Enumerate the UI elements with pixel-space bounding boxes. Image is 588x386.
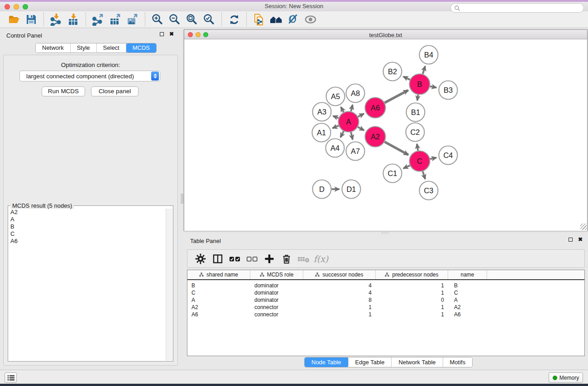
table-row[interactable]: C dominator 4 1 C <box>187 289 584 296</box>
hide-selected-eye-icon[interactable] <box>303 12 318 27</box>
memory-status-icon <box>553 376 557 380</box>
column-header-successor-nodes[interactable]: successor nodes <box>303 270 376 279</box>
list-item[interactable]: C <box>9 230 166 238</box>
float-panel-icon[interactable] <box>569 238 573 242</box>
graph-node-label: C1 <box>387 169 397 177</box>
export-table-icon[interactable] <box>108 12 123 27</box>
tab-network-table[interactable]: Network Table <box>392 357 443 367</box>
window-resize-grip[interactable] <box>580 224 587 230</box>
splitter-collapse-handle[interactable] <box>181 194 183 204</box>
graph-edge-A-A4[interactable] <box>340 131 344 138</box>
search-icon <box>454 5 460 11</box>
column-header-shared-name[interactable]: shared name <box>187 270 250 279</box>
save-session-icon[interactable] <box>24 12 38 27</box>
table-row[interactable]: B dominator 4 1 B <box>187 282 584 289</box>
function-builder-icon[interactable]: f(x) <box>313 252 329 266</box>
first-neighbors-icon[interactable] <box>269 12 283 27</box>
table-row[interactable]: A2 connector 1 1 A2 <box>187 304 584 311</box>
graph-edge-A-A3[interactable] <box>333 116 339 118</box>
horizontal-splitter-grip[interactable] <box>382 232 389 234</box>
graph-edge-C-C3[interactable] <box>423 172 425 179</box>
dropdown-selected-value: largest connected component (directed) <box>20 73 151 80</box>
graph-edge-A-A5[interactable] <box>341 107 344 113</box>
list-item[interactable]: A6 <box>9 238 166 245</box>
task-history-button[interactable] <box>5 372 17 383</box>
network-canvas[interactable]: AA1A2A3A4A5A6A7A8BB1B2B3B4CC1C2C3C4DD1 <box>184 39 587 231</box>
list-item[interactable]: B <box>9 223 166 230</box>
graph-edge-A2-C[interactable] <box>385 142 408 155</box>
graph-edge-A-A8[interactable] <box>351 105 353 111</box>
graph-node-label: C <box>417 157 422 165</box>
graph-node-label: A4 <box>330 144 339 152</box>
table-row[interactable]: A dominator 8 0 A <box>187 296 584 304</box>
graph-edge-B-B4[interactable] <box>423 66 425 74</box>
column-header-mcds-role[interactable]: MCDS role <box>250 270 303 279</box>
tab-motifs[interactable]: Motifs <box>443 357 473 367</box>
graph-edge-B-B3[interactable] <box>430 86 436 88</box>
graph-edge-B-B2[interactable] <box>403 76 410 80</box>
export-image-icon[interactable] <box>125 12 140 27</box>
tab-network[interactable]: Network <box>36 43 71 52</box>
tab-mcds[interactable]: MCDS <box>126 43 156 52</box>
close-panel-button[interactable]: Close panel <box>91 86 139 96</box>
close-panel-icon[interactable]: ✖ <box>578 238 583 242</box>
column-type-icon <box>199 272 204 277</box>
column-header-name[interactable]: name <box>448 270 487 279</box>
settings-gear-icon[interactable] <box>193 252 208 266</box>
refresh-icon[interactable] <box>227 12 241 27</box>
cell-successor-nodes: 4 <box>303 282 376 289</box>
graph-edge-B-B1[interactable] <box>417 95 418 100</box>
tab-style[interactable]: Style <box>71 43 97 52</box>
column-header-predecessor-nodes[interactable]: predecessor nodes <box>376 270 448 279</box>
graph-node-label: B4 <box>424 51 433 59</box>
zoom-selected-icon[interactable] <box>202 12 216 27</box>
toggle-panes-icon[interactable] <box>210 252 225 266</box>
show-hide-graphics-icon[interactable] <box>286 12 301 27</box>
table-row[interactable]: A6 connector 1 1 A6 <box>187 311 584 318</box>
cell-predecessor-nodes: 1 <box>376 282 448 289</box>
export-network-icon[interactable] <box>91 12 105 27</box>
tab-select[interactable]: Select <box>97 43 126 52</box>
graph-edge-A-A7[interactable] <box>351 132 353 139</box>
node-table: shared name MCDS role successor nodes pr… <box>187 270 585 356</box>
zoom-fit-icon[interactable] <box>185 12 199 27</box>
float-panel-icon[interactable] <box>160 32 164 36</box>
clone-network-icon[interactable] <box>252 12 266 27</box>
graph-node-label: A2 <box>371 133 380 141</box>
graph-edge-C-C2[interactable] <box>417 144 418 151</box>
delete-column-trash-icon[interactable] <box>279 252 294 266</box>
zoom-out-icon[interactable] <box>167 12 182 27</box>
open-file-icon[interactable] <box>7 12 21 27</box>
column-type-icon <box>315 272 320 277</box>
graph-node-label: A6 <box>371 104 380 112</box>
graph-edge-A6-B[interactable] <box>385 90 408 103</box>
scrollbar-track[interactable] <box>166 209 172 361</box>
graph-edge-A-A2[interactable] <box>358 127 364 131</box>
zoom-in-icon[interactable] <box>150 12 165 27</box>
list-item[interactable]: A2 <box>9 209 166 216</box>
optimization-criterion-label: Optimization criterion: <box>0 62 181 68</box>
graph-node-label: A5 <box>331 92 340 100</box>
deselect-all-checkboxes-icon[interactable] <box>244 252 260 266</box>
search-input[interactable] <box>460 5 583 12</box>
tab-edge-table[interactable]: Edge Table <box>349 357 392 367</box>
search-field[interactable] <box>450 3 584 13</box>
tab-node-table[interactable]: Node Table <box>305 357 349 367</box>
graph-edge-C-C1[interactable] <box>403 166 410 169</box>
select-all-checkboxes-icon[interactable] <box>227 252 243 266</box>
run-mcds-button[interactable]: Run MCDS <box>42 86 85 96</box>
optimization-criterion-dropdown[interactable]: largest connected component (directed) <box>19 71 160 81</box>
graph-edge-A-A6[interactable] <box>358 114 364 117</box>
toolbar-separator <box>86 13 86 26</box>
table-header-row: shared name MCDS role successor nodes pr… <box>187 270 584 280</box>
list-item[interactable]: A <box>9 216 166 223</box>
import-network-icon[interactable] <box>49 12 63 27</box>
delete-table-icon[interactable] <box>296 252 311 266</box>
graph-edge-A-A1[interactable] <box>333 126 339 129</box>
graph-edge-C-C4[interactable] <box>430 157 436 159</box>
import-table-icon[interactable] <box>66 12 81 27</box>
cell-name: B <box>448 282 487 289</box>
add-column-icon[interactable] <box>262 252 277 266</box>
memory-button[interactable]: Memory <box>549 372 583 383</box>
close-panel-icon[interactable]: ✖ <box>169 32 174 36</box>
